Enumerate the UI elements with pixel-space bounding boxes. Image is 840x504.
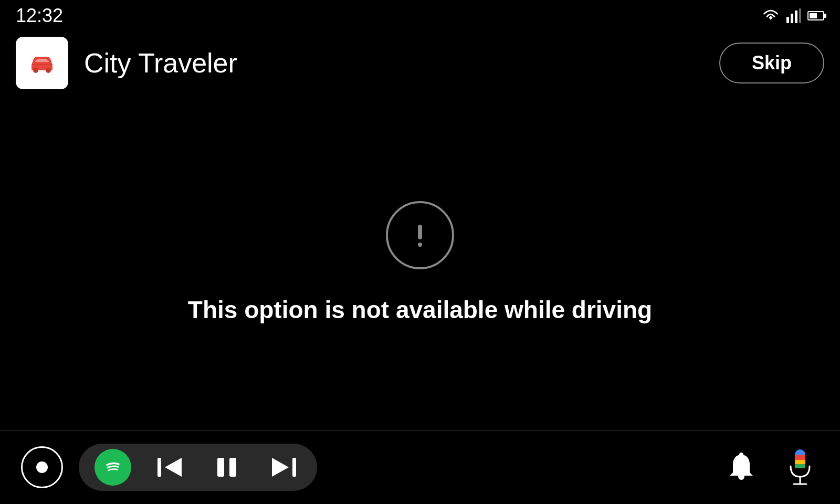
svg-rect-2 (795, 10, 797, 23)
bottom-bar (0, 430, 840, 504)
bell-icon (727, 453, 756, 482)
svg-rect-1 (791, 14, 793, 23)
svg-rect-12 (217, 458, 224, 477)
svg-rect-11 (158, 458, 161, 477)
notification-button[interactable] (722, 448, 760, 486)
svg-rect-20 (795, 466, 805, 468)
svg-point-10 (101, 455, 125, 479)
microphone-icon (786, 448, 814, 486)
main-content: This option is not available while drivi… (0, 94, 840, 430)
next-icon (270, 454, 297, 481)
error-icon (386, 201, 454, 269)
svg-point-5 (33, 68, 38, 73)
previous-button[interactable] (152, 449, 188, 485)
svg-rect-0 (786, 17, 789, 23)
svg-rect-13 (229, 458, 236, 477)
home-button-inner (36, 461, 48, 473)
bottom-right-controls (722, 448, 819, 486)
bottom-left-controls (21, 444, 317, 491)
svg-rect-7 (32, 64, 52, 65)
battery-icon (807, 11, 824, 20)
status-bar: 12:32 (0, 0, 840, 32)
home-button[interactable] (21, 446, 63, 488)
svg-rect-15 (739, 453, 743, 457)
media-controls (79, 444, 317, 491)
svg-point-6 (46, 68, 51, 73)
previous-icon (156, 454, 184, 481)
exclamation-icon (404, 219, 436, 251)
pause-icon (213, 454, 240, 481)
car-icon (24, 45, 60, 81)
spotify-icon (101, 455, 125, 479)
skip-button[interactable]: Skip (719, 43, 824, 83)
app-info: City Traveler (16, 37, 237, 89)
svg-rect-3 (799, 8, 801, 23)
wifi-icon (761, 8, 780, 23)
app-title: City Traveler (84, 47, 237, 79)
svg-rect-9 (418, 243, 422, 247)
app-header: City Traveler Skip (0, 32, 840, 94)
error-message: This option is not available while drivi… (188, 296, 652, 324)
status-icons (761, 8, 824, 23)
signal-icon (786, 8, 801, 23)
spotify-button[interactable] (94, 449, 131, 486)
microphone-button[interactable] (781, 448, 819, 486)
pause-button[interactable] (209, 449, 245, 485)
time-display: 12:32 (16, 5, 63, 27)
next-button[interactable] (266, 449, 301, 485)
svg-rect-8 (418, 225, 422, 239)
app-icon (16, 37, 68, 89)
svg-rect-14 (292, 458, 296, 477)
svg-rect-17 (795, 455, 805, 460)
